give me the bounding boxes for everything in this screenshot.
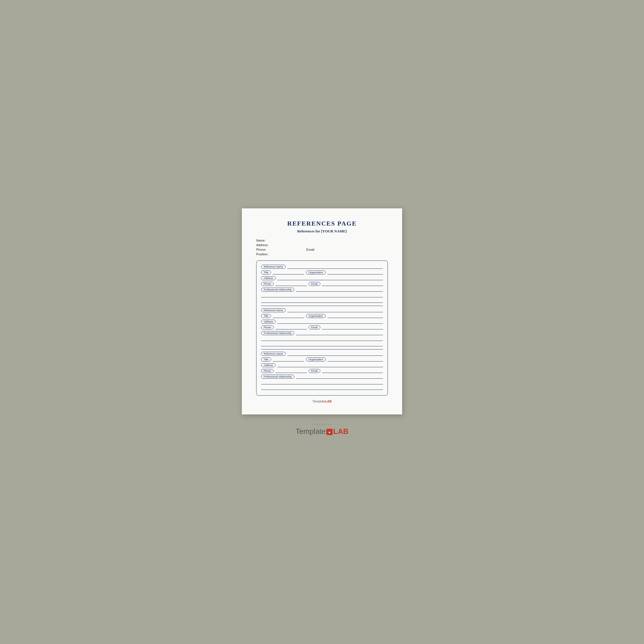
ref1-email-tag: Email (309, 282, 320, 286)
reference-section-3: Reference Name Title Organization Addres… (261, 352, 383, 390)
ref2-email-tag: Email (309, 325, 320, 329)
references-box: Reference Name Title Organization Addres… (256, 260, 388, 396)
page-wrapper: REFERENCES PAGE References for [YOUR NAM… (242, 208, 402, 414)
ref1-title-tag: Title (261, 270, 271, 274)
ref2-org-tag: Organization (306, 314, 326, 318)
ref3-org-tag: Organization (306, 357, 326, 361)
ref1-org-tag: Organization (306, 270, 326, 274)
footer-brand: TemplateLAB (256, 400, 388, 403)
position-label: Position: (256, 252, 268, 256)
ref1-pro-rel-tag: Professional relationship (261, 288, 294, 292)
page-title: REFERENCES PAGE (256, 220, 388, 227)
ref2-title-tag: Title (261, 314, 271, 318)
ref3-phone-tag: Phone (261, 369, 274, 373)
page-subtitle: References for [YOUR NAME] (256, 229, 388, 234)
ref2-phone-tag: Phone (261, 325, 274, 329)
reference-section-2: Reference Name Title Organization Addres… (261, 308, 383, 346)
logo-icon (326, 429, 333, 435)
ref1-phone-tag: Phone (261, 282, 274, 286)
ref3-address-tag: Address (261, 363, 276, 367)
email-label: Email: (306, 248, 315, 251)
reference-section-1: Reference Name Title Organization Addres… (261, 265, 383, 303)
name-label: Name: (256, 239, 265, 242)
ref3-title-tag: Title (261, 357, 271, 361)
header-fields: Name: Address: Phone: Email: Position: (256, 239, 388, 256)
ref3-email-tag: Email (309, 369, 320, 373)
address-label: Address: (256, 243, 268, 247)
ref1-address-tag: Address (261, 276, 276, 280)
phone-label: Phone: (256, 248, 266, 251)
ref3-name-tag: Reference Name (261, 352, 286, 356)
created-by-label: CREATED BY (296, 423, 349, 426)
ref2-pro-rel-tag: Professional relationship (261, 331, 294, 335)
ref1-name-tag: Reference Name (261, 265, 286, 269)
ref2-address-tag: Address (261, 320, 276, 324)
ref2-name-tag: Reference Name (261, 308, 286, 312)
created-by-section: CREATED BY TemplateLAB (296, 423, 349, 436)
created-by-logo: TemplateLAB (296, 427, 349, 436)
ref3-pro-rel-tag: Professional relationship (261, 375, 294, 379)
